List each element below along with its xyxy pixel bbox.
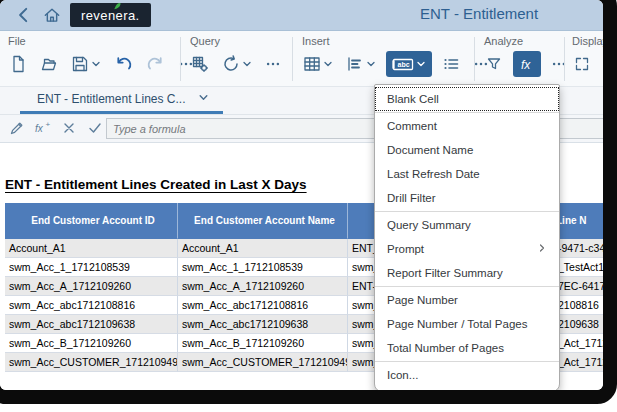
menu-item-label: Prompt: [387, 243, 424, 255]
menu-item-report-filter-summary[interactable]: Report Filter Summary: [375, 261, 559, 285]
toolbar-separator: [564, 37, 565, 81]
menu-item-label: Drill Filter: [387, 192, 436, 204]
expand-icon: [573, 55, 591, 73]
table-cell[interactable]: swm_Acc_CUSTOMER_1712109496: [5, 353, 178, 372]
menu-separator: [375, 211, 559, 212]
back-icon[interactable]: [14, 5, 34, 25]
toolbar-group-analyze: Analyze fx: [478, 31, 562, 86]
table-cell[interactable]: swm_Acc_A_1712109260: [178, 277, 348, 296]
menu-item-label: Last Refresh Date: [387, 168, 480, 180]
create-variable-icon[interactable]: fx+: [34, 119, 52, 137]
menu-item-comment[interactable]: Comment: [375, 114, 559, 138]
expand-button[interactable]: [570, 52, 594, 76]
filter-icon: [485, 55, 503, 73]
query-properties-icon: [191, 55, 209, 73]
table-header-cell[interactable]: End Customer Account ID: [5, 203, 178, 239]
report-title[interactable]: ENT - Entitlement Lines Created in Last …: [5, 177, 307, 192]
insert-table-button[interactable]: [300, 52, 336, 76]
menu-item-icon[interactable]: Icon...: [375, 363, 559, 387]
menu-item-query-summary[interactable]: Query Summary: [375, 213, 559, 237]
leaf-icon: [113, 2, 122, 10]
table-cell[interactable]: swm_Acc_abc1712108816: [5, 296, 178, 315]
chevron-down-icon[interactable]: [198, 92, 209, 106]
menu-item-blank-cell[interactable]: Blank Cell: [375, 87, 559, 111]
open-folder-button[interactable]: [37, 52, 61, 76]
table-cell[interactable]: swm_Acc_abc1712108816: [178, 296, 348, 315]
chevron-down-icon[interactable]: [91, 59, 101, 69]
toolbar-group-insert: Insert abc: [296, 31, 472, 86]
filter-button[interactable]: [482, 52, 506, 76]
table-cell[interactable]: swm_Acc_B_1712109260: [178, 334, 348, 353]
menu-item-page-number[interactable]: Page Number: [375, 288, 559, 312]
menu-item-drill-filter[interactable]: Drill Filter: [375, 186, 559, 210]
group-label: File: [2, 31, 178, 47]
menu-item-label: Query Summary: [387, 219, 471, 231]
clipped-circle-button[interactable]: [601, 52, 617, 76]
clipped-circle-icon: [604, 55, 617, 73]
formula-button[interactable]: fx: [513, 51, 541, 77]
toolbar-group-query: Query: [184, 31, 290, 86]
table-cell[interactable]: swm_Acc_1_1712108539: [178, 258, 348, 277]
insert-chart-button[interactable]: [343, 52, 379, 76]
group-label: Analyze: [478, 31, 562, 47]
chevron-right-icon: [537, 243, 547, 255]
toolbar-separator: [292, 37, 293, 81]
table-cell[interactable]: Account_A1: [178, 239, 348, 258]
menu-item-label: Document Name: [387, 144, 473, 156]
table-cell[interactable]: swm_Acc_B_1712109260: [5, 334, 178, 353]
menu-item-total-number-of-pages[interactable]: Total Number of Pages: [375, 336, 559, 360]
undo-button[interactable]: [111, 52, 136, 76]
menu-separator: [375, 361, 559, 362]
edit-formula-icon[interactable]: [8, 119, 26, 137]
menu-item-document-name[interactable]: Document Name: [375, 138, 559, 162]
revenera-logo: revenera.: [70, 3, 151, 27]
table-cell[interactable]: swm_Acc_A_1712109260: [5, 277, 178, 296]
undo-icon: [114, 55, 133, 73]
more-button[interactable]: [262, 52, 284, 76]
table-cell[interactable]: swm_Acc_abc1712109638: [5, 315, 178, 334]
table-cell[interactable]: swm_Acc_CUSTOMER_1712109496: [178, 353, 348, 372]
toolbar-group-display: Display: [566, 31, 617, 86]
table-cell[interactable]: swm_Acc_1_1712108539: [5, 258, 178, 277]
new-document-button[interactable]: [6, 52, 30, 76]
report-tab[interactable]: ENT - Entitlement Lines C...: [20, 87, 223, 114]
report-tab-label: ENT - Entitlement Lines C...: [37, 92, 186, 106]
more-icon: [265, 55, 281, 73]
table-cell[interactable]: Account_A1: [5, 239, 178, 258]
insert-cell-menu: Blank CellCommentDocument NameLast Refre…: [374, 84, 560, 392]
app-window: revenera. ENT - Entitlement File Query I…: [0, 0, 617, 404]
chevron-down-icon[interactable]: [242, 59, 252, 69]
menu-item-label: Total Number of Pages: [387, 342, 504, 354]
table-cell[interactable]: swm_Acc_abc1712109638: [178, 315, 348, 334]
save-button[interactable]: [68, 52, 104, 76]
chevron-down-icon[interactable]: [323, 59, 333, 69]
validate-formula-icon[interactable]: [86, 119, 104, 137]
menu-item-label: Blank Cell: [387, 93, 439, 105]
logo-text: revenera.: [81, 8, 140, 23]
insert-list-button[interactable]: [439, 52, 463, 76]
cancel-formula-icon[interactable]: [60, 119, 78, 137]
insert-cell-icon: abc: [392, 55, 414, 73]
insert-table-icon: [303, 55, 321, 73]
menu-item-label: Icon...: [387, 369, 418, 381]
menu-item-page-number-total-pages[interactable]: Page Number / Total Pages: [375, 312, 559, 336]
svg-text:fx: fx: [35, 123, 44, 134]
redo-button[interactable]: [143, 52, 168, 76]
table-header-cell[interactable]: End Customer Account Name: [178, 203, 348, 239]
insert-list-icon: [442, 55, 460, 73]
document-title: ENT - Entitlement: [420, 5, 538, 22]
chevron-down-icon[interactable]: [416, 59, 426, 69]
refresh-icon: [222, 55, 240, 73]
home-icon[interactable]: [42, 5, 62, 25]
save-icon: [71, 55, 89, 73]
menu-item-prompt[interactable]: Prompt: [375, 237, 559, 261]
group-label: Insert: [296, 31, 472, 47]
group-label: Query: [184, 31, 290, 47]
new-document-icon: [9, 55, 27, 73]
refresh-button[interactable]: [219, 52, 255, 76]
menu-item-last-refresh-date[interactable]: Last Refresh Date: [375, 162, 559, 186]
insert-cell-button[interactable]: abc: [386, 51, 432, 77]
chevron-down-icon[interactable]: [366, 59, 376, 69]
formula-icon: fx: [519, 55, 535, 73]
query-properties-button[interactable]: [188, 52, 212, 76]
